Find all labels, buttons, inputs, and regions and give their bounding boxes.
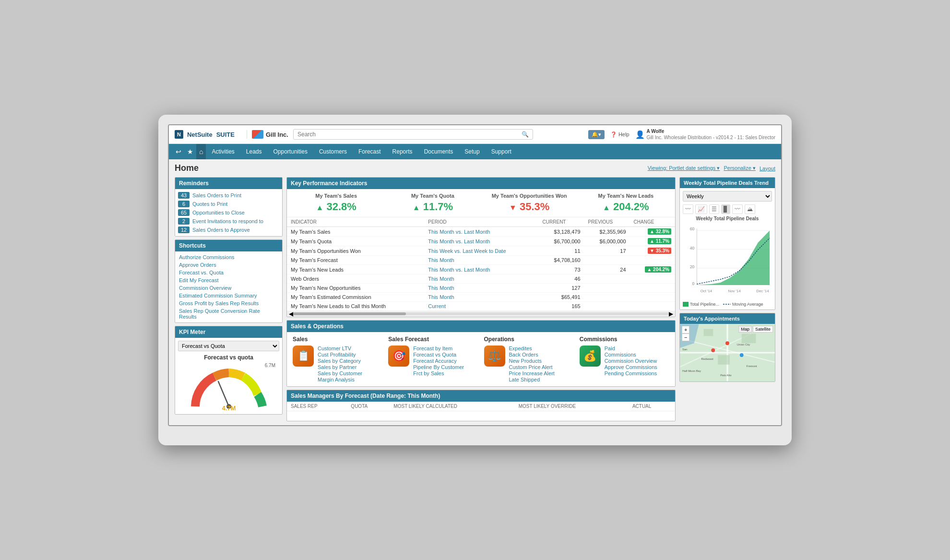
chart-type-area2[interactable]: ⛰ <box>745 204 755 214</box>
sales-link-ltv[interactable]: Customer LTV <box>318 346 362 351</box>
nav-reports[interactable]: Reports <box>387 144 418 159</box>
forecast-link-frct[interactable]: Frct by Sales <box>413 370 464 376</box>
svg-marker-12 <box>697 231 770 286</box>
cell-period[interactable]: This Month <box>424 256 538 265</box>
scroll-left-arrow[interactable]: ◀ <box>289 310 293 317</box>
layout-link[interactable]: Layout <box>760 166 775 171</box>
sales-link-customer[interactable]: Sales by Customer <box>318 370 362 376</box>
forecast-link-item[interactable]: Forecast by Item <box>413 346 464 351</box>
nav-opportunities[interactable]: Opportunities <box>268 144 313 159</box>
map-tab-map[interactable]: Map <box>738 326 752 333</box>
cell-period[interactable]: This Month vs. Last Month <box>424 265 538 274</box>
comm-link-pending[interactable]: Pending Commissions <box>605 370 657 376</box>
forecast-link-accuracy[interactable]: Forecast Accuracy <box>413 358 464 364</box>
ops-link-lateshipped[interactable]: Late Shipped <box>509 377 555 382</box>
reminders-header: Reminders <box>175 178 282 189</box>
comm-link-overview[interactable]: Commission Overview <box>605 358 657 364</box>
nav-forecast[interactable]: Forecast <box>353 144 387 159</box>
sales-ops-panel: Sales & Operations Sales 📋 Customer LTV … <box>286 320 676 387</box>
ops-link-newproducts[interactable]: New Products <box>509 358 555 364</box>
main-layout: Reminders 43 Sales Orders to Print 6 Quo… <box>175 177 775 421</box>
sales-link-margin[interactable]: Margin Analysis <box>318 377 362 382</box>
shortcuts-header: Shortcuts <box>175 240 282 251</box>
chart-type-area1[interactable]: 〰 <box>732 204 743 214</box>
cell-period[interactable]: This Month vs. Last Month <box>424 227 538 237</box>
shortcut-approve-orders[interactable]: Approve Orders <box>179 261 278 269</box>
list-item: 43 Sales Orders to Print <box>175 191 282 200</box>
kpi-metric-sales: My Team's Sales 32.8% <box>293 193 380 213</box>
cell-previous <box>584 284 630 293</box>
nav-support[interactable]: Support <box>486 144 517 159</box>
list-item: 12 Sales Orders to Approve <box>175 226 282 234</box>
chart-type-bar1[interactable]: ☰ <box>709 204 719 214</box>
shortcut-sales-rep-quote[interactable]: Sales Rep Quote Conversion Rate Results <box>179 307 278 321</box>
notifications-button[interactable]: 🔔▾ <box>588 130 605 139</box>
kpi-meter-select[interactable]: Forecast vs Quota <box>178 341 279 351</box>
ops-link-expedites[interactable]: Expedites <box>509 346 555 351</box>
sales-ops-header: Sales & Operations <box>287 321 675 332</box>
nav-activities[interactable]: Activities <box>206 144 240 159</box>
chart-type-line1[interactable]: 〰 <box>683 204 693 214</box>
ops-link-backorders[interactable]: Back Orders <box>509 352 555 357</box>
shortcut-edit-my-forecast[interactable]: Edit My Forecast <box>179 276 278 284</box>
cell-period[interactable]: This Week vs. Last Week to Date <box>424 246 538 256</box>
reminder-link[interactable]: Quotes to Print <box>192 201 227 207</box>
nav-documents[interactable]: Documents <box>418 144 459 159</box>
shortcut-estimated-commission-summary[interactable]: Estimated Commission Summary <box>179 292 278 299</box>
portlet-date-settings-link[interactable]: Viewing: Portlet date settings ▾ <box>648 165 720 171</box>
nav-back-icon[interactable]: ↩ <box>173 144 184 159</box>
comm-link-commissions[interactable]: Commissions <box>605 352 657 357</box>
nav-setup[interactable]: Setup <box>459 144 485 159</box>
chart-type-line2[interactable]: 📈 <box>695 204 707 214</box>
nav-customers[interactable]: Customers <box>313 144 353 159</box>
sales-link-partner[interactable]: Sales by Partner <box>318 364 362 370</box>
help-button[interactable]: ❓ Help <box>610 131 629 138</box>
nav-favorites-icon[interactable]: ★ <box>184 144 196 159</box>
comm-link-approve[interactable]: Approve Commissions <box>605 364 657 370</box>
chart-type-bar2[interactable]: ▊ <box>721 204 730 214</box>
scroll-right-arrow[interactable]: ▶ <box>669 310 673 317</box>
reminder-link[interactable]: Event Invitations to respond to <box>192 218 263 224</box>
shortcut-authorize-commissions[interactable]: Authorize Commissions <box>179 253 278 261</box>
nav-home-icon[interactable]: ⌂ <box>196 144 206 159</box>
reminder-link[interactable]: Sales Orders to Approve <box>192 227 250 233</box>
table-scrollbar[interactable]: ◀ ▶ <box>287 311 675 317</box>
cell-period[interactable]: This Month vs. Last Month <box>424 237 538 246</box>
cell-period[interactable]: This Month <box>424 274 538 284</box>
forecast-link-pipeline[interactable]: Pipeline By Customer <box>413 364 464 370</box>
kpi-metric-label: My Team's New Leads <box>582 193 669 199</box>
ops-link-priceincrease[interactable]: Price Increase Alert <box>509 370 555 376</box>
forecast-link-quota[interactable]: Forecast vs Quota <box>413 352 464 357</box>
top-right-area: 🔔▾ ❓ Help 👤 A Wolfe Gill Inc. Wholesale … <box>588 128 775 141</box>
svg-rect-24 <box>718 355 730 365</box>
map-zoom-in[interactable]: + <box>682 326 689 334</box>
reminder-link[interactable]: Opportunities to Close <box>192 210 245 215</box>
svg-text:Union City: Union City <box>737 343 750 346</box>
cell-indicator: My Team's New Opportunities <box>287 284 424 293</box>
svg-text:0: 0 <box>692 281 695 286</box>
cell-period[interactable]: Current <box>424 302 538 311</box>
cell-period[interactable]: This Month <box>424 293 538 302</box>
cell-change: ▲ 11.7% <box>630 237 675 246</box>
company-badge[interactable]: Gill Inc. <box>247 130 288 139</box>
ops-link-customprice[interactable]: Custom Price Alert <box>509 364 555 370</box>
sales-links: Customer LTV Cust Profitability Sales by… <box>318 346 362 382</box>
nav-leads[interactable]: Leads <box>240 144 268 159</box>
svg-text:Dec '14: Dec '14 <box>756 289 769 293</box>
shortcut-forecast-vs-quota[interactable]: Forecast vs. Quota <box>179 269 278 276</box>
cell-change <box>630 293 675 302</box>
shortcut-commission-overview[interactable]: Commission Overview <box>179 284 278 292</box>
sales-link-category[interactable]: Sales by Category <box>318 358 362 364</box>
change-badge: ▲ 32.8% <box>648 228 671 235</box>
map-zoom-out[interactable]: − <box>682 334 689 341</box>
map-tab-satellite[interactable]: Satellite <box>753 326 773 333</box>
shortcut-gross-profit[interactable]: Gross Profit by Sales Rep Results <box>179 299 278 307</box>
reminder-link[interactable]: Sales Orders to Print <box>192 192 241 198</box>
cell-period[interactable]: This Month <box>424 284 538 293</box>
sales-link-profitability[interactable]: Cust Profitability <box>318 352 362 357</box>
comm-link-paid[interactable]: Paid <box>605 346 657 351</box>
search-input[interactable] <box>297 131 522 138</box>
personalize-link[interactable]: Personalize ▾ <box>724 165 756 171</box>
svg-text:Palo Alto: Palo Alto <box>720 374 732 377</box>
pipeline-select[interactable]: Weekly <box>683 191 772 202</box>
